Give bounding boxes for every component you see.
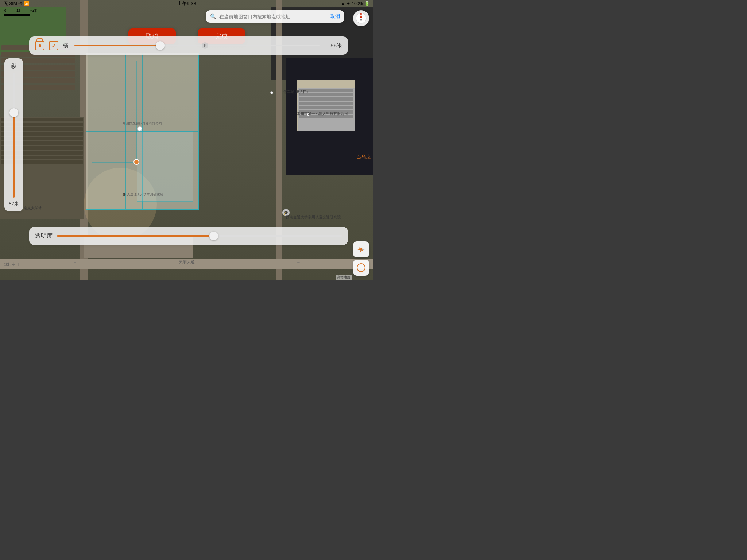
h-slider-container[interactable]: P [74, 45, 320, 46]
floor-plan-overlay[interactable]: 常州巨鸟智能科技有限公司 🎓 大连理工大学常州研究院 [86, 53, 199, 210]
svg-point-8 [360, 249, 362, 250]
svg-text:i: i [360, 265, 362, 271]
transparency-fill [57, 235, 214, 237]
scale-12: 12 [16, 9, 20, 13]
floor-plan-label: 常州巨鸟智能科技有限公司 [123, 121, 162, 126]
v-slider-value: 82米 [9, 201, 19, 207]
floor-plan-university-label: 🎓 大连理工大学常州研究院 [122, 192, 163, 197]
scale-bar: 0 12 24米 [4, 9, 37, 16]
carrier-label: 无 SIM 卡 [4, 1, 23, 7]
p-button[interactable]: P [202, 42, 208, 49]
wifi-icon: 📶 [24, 1, 30, 6]
v-slider-panel: 纵 82米 [4, 58, 23, 211]
v-slider-track [13, 73, 15, 198]
poi-dot-parking [270, 91, 273, 94]
status-left: 无 SIM 卡 📶 [4, 1, 30, 7]
poi-label-southwest: 西南交通大学常州轨道交通研究院 [286, 215, 341, 220]
h-slider-track: P [74, 45, 320, 46]
road-arrow-right: → [297, 259, 301, 265]
bottom-street-label: 天润大道 [179, 259, 195, 265]
h-slider-fill [74, 45, 160, 46]
transparency-track [57, 235, 342, 237]
v-slider-container[interactable] [13, 73, 15, 198]
search-icon: 🔍 [210, 13, 216, 19]
h-slider-panel: ✓ 横 P 56米 [29, 36, 348, 55]
info-icon: i [357, 263, 365, 272]
search-input[interactable] [219, 14, 328, 19]
scale-24: 24米 [30, 9, 37, 13]
scale-seg-2 [17, 14, 30, 16]
info-button[interactable]: i [353, 260, 369, 276]
battery-icon: 🔋 [364, 1, 370, 6]
road-arrow-left: ← [73, 259, 77, 265]
h-slider-label: 横 [63, 42, 70, 50]
compass-icon: N [355, 12, 367, 24]
v-slider-fill [13, 113, 15, 198]
transparency-panel: 透明度 [29, 227, 348, 245]
battery-label: 100% [352, 1, 363, 6]
v-slider-label: 纵 [11, 63, 17, 70]
bluetooth-icon: ✦ [347, 1, 350, 6]
poi-label-parking: 停车场(出入口) [283, 89, 308, 94]
fp-anchor-white [137, 126, 142, 131]
location-icon: ▲ [341, 1, 345, 6]
location-icon [357, 245, 365, 253]
left-bottom-label: 法门寺口 [4, 262, 19, 267]
bottom-right-label: 高德地图 [336, 275, 352, 280]
compass[interactable]: N [353, 10, 369, 26]
transparency-slider-container[interactable] [57, 235, 342, 237]
bottom-road-arrows: ← 天润大道 → [73, 259, 301, 265]
location-button[interactable] [353, 241, 369, 257]
baowu-label: 巴乌克 [356, 154, 371, 160]
scale-0: 0 [4, 9, 6, 13]
h-slider-value: 56米 [324, 42, 342, 49]
status-right: ▲ ✦ 100% 🔋 [341, 1, 370, 6]
scale-seg-1 [4, 14, 17, 16]
poi-label-company: 常州市筹一机器人科技有限公司 [297, 111, 348, 116]
status-bar: 无 SIM 卡 📶 上午9:33 ▲ ✦ 100% 🔋 [0, 0, 374, 7]
transparency-thumb[interactable] [209, 232, 218, 240]
transparency-label: 透明度 [35, 232, 53, 240]
scale-numbers: 0 12 24米 [4, 9, 37, 13]
status-time: 上午9:33 [177, 0, 196, 7]
poi-label-nanjing: 南京大学常 [24, 206, 42, 211]
svg-text:N: N [360, 13, 362, 15]
h-slider-thumb[interactable] [156, 41, 165, 50]
search-cancel-button[interactable]: 取消 [330, 13, 340, 20]
v-slider-thumb[interactable] [9, 108, 18, 117]
lock-icon[interactable] [35, 41, 44, 50]
fp-anchor-orange[interactable] [133, 159, 139, 165]
search-bar[interactable]: 🔍 取消 [206, 10, 344, 23]
scale-line [4, 14, 30, 16]
check-icon[interactable]: ✓ [49, 41, 58, 50]
